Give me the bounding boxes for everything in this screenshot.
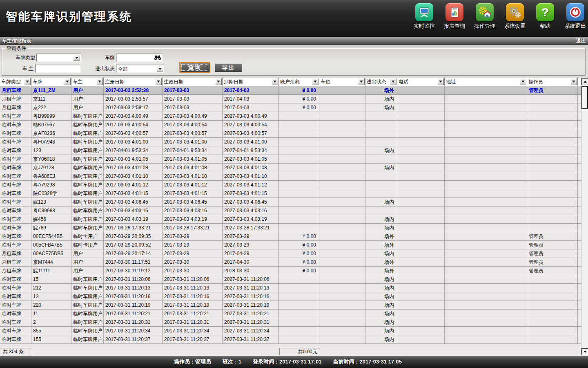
toolbar-item-system-exit[interactable]: 系统退出 (564, 3, 586, 30)
table-row[interactable]: 临时车牌粤F0A943临时车牌用户2017-03-03 4:01:002017-… (0, 138, 581, 146)
table-row[interactable]: 临时车牌212临时车牌用户2017-03-31 11:20:132017-03-… (0, 284, 581, 292)
table-row[interactable]: 临时车牌粤B99999临时车牌用户2017-03-03 4:00:492017-… (0, 112, 581, 121)
filter-button[interactable] (272, 78, 278, 85)
table-row[interactable]: 月租车牌京111_ZM用户2017-03-03 2:52:282017-03-0… (0, 86, 581, 95)
plate-type-select[interactable] (36, 54, 81, 62)
filter-button[interactable] (64, 78, 71, 85)
filter-button[interactable] (215, 78, 222, 85)
table-row[interactable]: 临时车牌粤A79298临时车牌用户2017-03-03 4:01:122017-… (0, 181, 581, 189)
cell-plate_type: 临时车牌 (0, 275, 31, 283)
table-row[interactable]: 临时车牌155临时车牌用户2017-03-31 11:20:372017-03-… (0, 335, 581, 344)
table-row[interactable]: 临时车牌11临时车牌用户2017-03-31 11:20:212017-03-3… (0, 310, 581, 318)
cell-status: 场内 (365, 215, 397, 223)
table-row[interactable]: 月租车牌京M7444用户2017-03-30 11:17:512017-03-3… (0, 258, 581, 267)
scroll-up-button[interactable] (581, 78, 588, 85)
column-header-register_date[interactable]: 注册日期 (104, 78, 163, 86)
table-row[interactable]: 临时车牌皖456临时车牌用户2017-03-03 4:03:192017-03-… (0, 215, 581, 224)
column-header-owner[interactable]: 车主 (71, 78, 104, 86)
table-row[interactable]: 临时车牌220临时车牌用户2017-03-31 11:20:192017-03-… (0, 301, 581, 310)
column-header-space[interactable]: 车位 (319, 78, 365, 86)
status-select[interactable]: 全部 (116, 65, 164, 73)
cell-plate: 皖11111 (31, 267, 71, 275)
table-row[interactable]: 月租车牌京222用户2017-03-03 2:58:172017-03-0320… (0, 103, 581, 112)
table-row[interactable]: 临时车牌京Y06018临时车牌用户2017-03-03 4:01:052017-… (0, 155, 581, 164)
table-row[interactable]: 月租车牌京111用户2017-03-03 2:53:572017-03-0320… (0, 95, 581, 103)
filter-button[interactable] (155, 78, 162, 85)
cell-space (319, 112, 365, 120)
filter-button[interactable] (570, 78, 577, 85)
plate-input[interactable] (117, 54, 155, 61)
table-row[interactable]: 临时车牌855临时车牌用户2017-03-31 11:20:342017-03-… (0, 327, 581, 335)
cell-status: 场外 (365, 232, 397, 240)
filter-button[interactable] (96, 78, 103, 85)
owner-input[interactable] (36, 65, 80, 72)
table-row[interactable]: 月租车牌皖11111用户2017-03-30 11:19:122017-03-3… (0, 267, 581, 275)
cell-balance (279, 292, 319, 301)
cell-balance (279, 164, 319, 172)
column-header-status[interactable]: 进出状态 (365, 78, 397, 86)
filter-button[interactable] (312, 78, 318, 85)
table-row[interactable]: 临时车牌赣K07567临时车牌用户2017-03-03 4:00:542017-… (0, 121, 581, 129)
vertical-scrollbar[interactable] (581, 78, 588, 356)
column-header-phone[interactable]: 电话 (397, 78, 445, 86)
filter-button[interactable] (24, 78, 31, 85)
filter-button[interactable] (390, 78, 396, 85)
binoculars-icon[interactable] (154, 55, 161, 62)
report-icon (445, 3, 463, 21)
table-row[interactable]: 临时车牌京AF0236临时车牌用户2017-03-03 4:00:572017-… (0, 129, 581, 138)
column-header-effective_date[interactable]: 生效日期 (163, 78, 223, 86)
cell-expire_date: 2027-03-03 4:01:05 (223, 155, 279, 163)
cell-phone (397, 327, 445, 335)
table-row[interactable]: 月租车牌00ACF75DB5用户2017-03-29 20:17:142017-… (0, 249, 581, 258)
cell-status: 场内 (365, 249, 397, 258)
scroll-thumb[interactable] (581, 86, 588, 109)
cell-expire_date: 2027-03-03 4:01:15 (223, 189, 279, 197)
cell-effective_date: 2017-03-03 4:01:12 (163, 181, 223, 189)
chevron-down-icon[interactable] (73, 54, 80, 61)
cell-address (445, 232, 527, 240)
table-row[interactable]: 临时车牌皖123临时车牌用户2017-03-03 4:06:452017-03-… (0, 198, 581, 206)
table-row[interactable]: 临时车牌123临时车牌用户2017-04-01 9:53:342017-04-0… (0, 146, 581, 155)
column-header-balance[interactable]: 账户余额 (279, 78, 319, 86)
filter-button[interactable] (358, 78, 365, 85)
column-header-plate[interactable]: 车牌 (31, 78, 71, 86)
table-row[interactable]: 临时车牌2临时车牌用户2017-03-31 11:20:312017-03-31… (0, 318, 581, 327)
cell-register_date: 2017-03-03 2:53:57 (104, 95, 163, 103)
table-row[interactable]: 临时车牌005CFB47B5临时卡用户2017-03-29 20:09:5220… (0, 241, 581, 249)
toolbar-item-report-query[interactable]: 报表查询 (443, 3, 466, 30)
cell-expire_date: 2027-03-31 11:20:21 (223, 310, 279, 318)
table-row[interactable]: 临时车牌京J79128临时车牌用户2017-03-03 4:01:082017-… (0, 164, 581, 172)
status-label: 进出状态 (93, 65, 115, 73)
filter-button[interactable] (520, 78, 526, 85)
column-header-operator[interactable]: 操作员 (527, 78, 578, 86)
table-row[interactable]: 临时车牌陕C0328学临时车牌用户2017-03-03 4:01:152017-… (0, 189, 581, 198)
column-header-address[interactable]: 地址 (445, 78, 527, 86)
cell-expire_date: 2027-03-29 (223, 232, 279, 240)
export-button[interactable]: 导出 (215, 63, 242, 72)
row-filler (578, 206, 581, 215)
cell-phone (397, 267, 445, 275)
filter-button[interactable] (437, 78, 444, 85)
table-row[interactable]: 临时车牌皖789临时车牌用户2017-03-28 17:33:212017-03… (0, 224, 581, 232)
toolbar-item-help[interactable]: ? 帮助 (534, 3, 556, 30)
cell-register_date: 2017-03-31 11:20:13 (104, 284, 163, 292)
toolbar-item-system-settings[interactable]: 系统设置 (504, 3, 526, 30)
chevron-down-icon[interactable] (156, 65, 163, 72)
scroll-down-button[interactable] (581, 348, 588, 355)
table-row[interactable]: 临时车牌粤C99988临时车牌用户2017-03-03 4:03:162017-… (0, 206, 581, 215)
table-row[interactable]: 临时车牌00ECF544B5临时卡用户2017-03-29 20:09:3520… (0, 232, 581, 241)
toolbar-label: 系统退出 (565, 22, 586, 30)
exit-link[interactable]: 退出 (576, 38, 586, 45)
table-row[interactable]: 临时车牌12临时车牌用户2017-03-31 11:20:162017-03-3… (0, 292, 581, 301)
column-header-plate_type[interactable]: 车牌类型 (0, 78, 31, 86)
search-button[interactable]: 查询 (180, 63, 209, 72)
cell-space (319, 206, 365, 215)
cell-register_date: 2017-03-03 2:58:17 (104, 103, 163, 112)
table-row[interactable]: 临时车牌鲁A686EJ临时车牌用户2017-03-03 4:01:102017-… (0, 172, 581, 181)
toolbar-item-operation-management[interactable]: 操作管理 (474, 3, 496, 30)
table-row[interactable]: 临时车牌15临时车牌用户2017-03-31 11:20:062017-03-3… (0, 275, 581, 284)
cell-address (445, 241, 527, 249)
cell-balance: ¥ 0.00 (279, 86, 319, 94)
toolbar-item-realtime-monitor[interactable]: 实时监控 (413, 3, 435, 30)
column-header-expire_date[interactable]: 到期日期 (223, 78, 279, 86)
